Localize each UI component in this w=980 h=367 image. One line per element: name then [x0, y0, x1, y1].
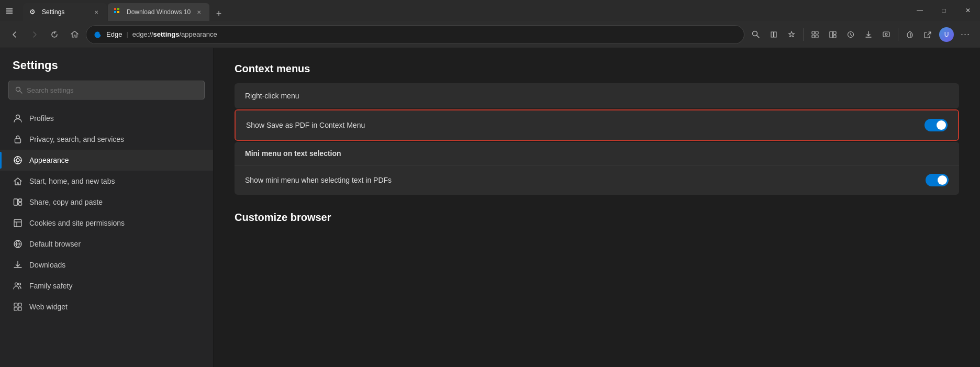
title-bar-left: ⚙ Settings ✕ Download Windows 10 ✕ + [0, 0, 908, 21]
save-pdf-toggle[interactable] [925, 119, 948, 131]
cookies-label: Cookies and site permissions [29, 219, 125, 227]
svg-rect-41 [14, 303, 17, 306]
share-label: Share, copy and paste [29, 198, 103, 206]
show-mini-menu-label: Show mini menu when selecting text in PD… [245, 176, 926, 184]
family-icon [13, 281, 23, 291]
settings-tab-close[interactable]: ✕ [92, 8, 101, 16]
cookies-icon [13, 218, 23, 228]
family-label: Family safety [29, 282, 72, 290]
address-bar[interactable]: Edge | edge://settings/appearance [86, 25, 744, 44]
screenshot-icon[interactable] [878, 26, 895, 43]
settings-tab-icon: ⚙ [29, 8, 38, 16]
sidebar-item-family[interactable]: Family safety [0, 275, 213, 296]
start-icon [13, 176, 23, 186]
address-url: edge://settings/appearance [132, 30, 217, 38]
search-icon [15, 86, 23, 94]
webwidget-icon [13, 302, 23, 312]
mini-menu-card: Mini menu on text selection Show mini me… [235, 142, 959, 195]
svg-rect-13 [830, 31, 833, 38]
svg-rect-12 [816, 35, 818, 38]
back-button[interactable] [6, 26, 23, 43]
maximize-button[interactable]: □ [932, 0, 956, 21]
minimize-button[interactable]: — [908, 0, 932, 21]
svg-rect-3 [114, 8, 116, 10]
svg-rect-9 [812, 31, 815, 34]
sidebar-item-privacy[interactable]: Privacy, search, and services [0, 129, 213, 150]
new-tab-button[interactable]: + [211, 6, 226, 21]
sidebar-item-profiles[interactable]: Profiles [0, 108, 213, 129]
zoom-icon[interactable] [748, 26, 764, 43]
svg-rect-6 [117, 11, 119, 13]
svg-point-39 [15, 283, 18, 285]
svg-rect-14 [833, 31, 836, 35]
sidebar-item-appearance[interactable]: Appearance [0, 150, 213, 171]
refresh-button[interactable] [46, 26, 63, 43]
address-brand: Edge [106, 30, 122, 38]
download-tab-close[interactable]: ✕ [195, 8, 203, 16]
share-icon[interactable] [919, 26, 936, 43]
tab-download[interactable]: Download Windows 10 ✕ [108, 3, 209, 21]
address-separator: | [126, 30, 128, 38]
svg-rect-32 [19, 199, 22, 202]
reading-view-icon[interactable] [765, 26, 782, 43]
downloads-icon [13, 260, 23, 270]
sidebar-item-cookies[interactable]: Cookies and site permissions [0, 213, 213, 233]
search-box[interactable] [8, 81, 205, 99]
svg-rect-19 [883, 32, 889, 37]
profiles-icon [13, 113, 23, 124]
content-area: Context menus Right-click menu Show Save… [214, 48, 980, 367]
svg-line-22 [20, 91, 23, 94]
toolbar-icons: U ··· [748, 26, 974, 43]
svg-point-26 [16, 159, 19, 162]
svg-line-8 [757, 35, 760, 38]
sidebar-item-start[interactable]: Start, home, and new tabs [0, 171, 213, 192]
save-pdf-row: Show Save as PDF in Context Menu [236, 110, 958, 140]
show-mini-menu-row: Show mini menu when selecting text in PD… [235, 165, 959, 195]
search-input[interactable] [27, 86, 198, 94]
downloads-label: Downloads [29, 261, 65, 269]
mini-menu-label: Mini menu on text selection [245, 149, 341, 158]
tab-list-button[interactable] [0, 0, 19, 21]
svg-rect-5 [114, 11, 116, 13]
settings-tab-label: Settings [42, 8, 88, 16]
svg-rect-1 [6, 10, 13, 12]
close-button[interactable]: ✕ [956, 0, 980, 21]
nav-bar: Edge | edge://settings/appearance [0, 21, 980, 48]
download-manager-icon[interactable] [860, 26, 877, 43]
profile-avatar[interactable]: U [938, 26, 955, 43]
save-pdf-card-highlighted: Show Save as PDF in Context Menu [235, 109, 959, 141]
home-button[interactable] [66, 26, 83, 43]
profiles-label: Profiles [29, 114, 54, 123]
sidebar-item-webwidget[interactable]: Web widget [0, 296, 213, 317]
tab-group: ⚙ Settings ✕ Download Windows 10 ✕ + [19, 0, 226, 21]
customize-browser-title: Customize browser [235, 212, 959, 224]
appearance-icon [13, 155, 23, 165]
more-menu-icon[interactable]: ··· [957, 26, 974, 43]
browser-bonus-icon[interactable] [901, 26, 918, 43]
history-icon[interactable] [842, 26, 859, 43]
favorites-icon[interactable] [783, 26, 800, 43]
right-click-card: Right-click menu [235, 83, 959, 108]
privacy-icon [13, 134, 23, 144]
main-layout: Settings Profiles Privacy, search, and s… [0, 48, 980, 367]
sidebar-item-default-browser[interactable]: Default browser [0, 233, 213, 254]
download-tab-label: Download Windows 10 [127, 8, 191, 16]
download-tab-icon [114, 8, 122, 16]
sidebar-item-downloads[interactable]: Downloads [0, 254, 213, 275]
tab-settings[interactable]: ⚙ Settings ✕ [23, 3, 107, 21]
title-bar: ⚙ Settings ✕ Download Windows 10 ✕ + [0, 0, 980, 21]
svg-rect-0 [6, 8, 13, 9]
start-label: Start, home, and new tabs [29, 177, 115, 185]
collections-icon[interactable] [825, 26, 841, 43]
svg-point-20 [885, 33, 887, 35]
context-menus-title: Context menus [235, 63, 959, 75]
forward-button[interactable] [26, 26, 43, 43]
svg-point-40 [19, 283, 21, 285]
sidebar-item-share[interactable]: Share, copy and paste [0, 192, 213, 213]
svg-rect-44 [18, 307, 21, 310]
extensions-icon[interactable] [807, 26, 823, 43]
svg-rect-11 [812, 35, 815, 38]
address-path-bold: settings [153, 30, 180, 38]
mini-menu-toggle[interactable] [926, 174, 949, 186]
svg-rect-31 [14, 199, 18, 205]
